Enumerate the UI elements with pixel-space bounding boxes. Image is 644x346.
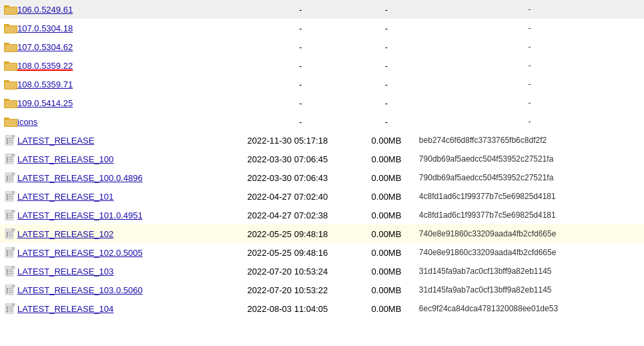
file-date: - [244,112,358,131]
svg-rect-62 [7,217,8,218]
list-item: LATEST_RELEASE2022-11-30 05:17:180.00MBb… [0,131,644,150]
file-link[interactable]: 109.0.5414.25 [17,98,73,108]
svg-rect-25 [7,140,8,142]
svg-rect-53 [7,198,8,200]
svg-rect-106 [7,309,8,310]
svg-rect-5 [5,26,17,33]
file-name-cell: LATEST_RELEASE_100.0.4896 [0,168,244,187]
svg-rect-72 [9,232,13,232]
file-icon [4,228,17,239]
svg-rect-11 [5,63,17,70]
file-icon [4,154,17,165]
file-link[interactable]: icons [17,117,37,127]
list-item: LATEST_RELEASE_102.0.50052022-05-25 09:4… [0,243,644,262]
file-hash: - [415,75,644,94]
file-size: - [358,75,415,94]
svg-rect-17 [5,101,17,108]
folder-icon [4,60,17,71]
file-link[interactable]: 108.0.5359.71 [17,79,73,90]
file-icon [4,303,17,315]
svg-rect-63 [9,213,13,214]
svg-rect-70 [7,234,8,235]
file-link[interactable]: LATEST_RELEASE_100.0.4896 [17,173,143,183]
file-hash: - [415,56,644,75]
file-icon [4,247,17,258]
list-item: icons--- [0,112,644,131]
file-link[interactable]: LATEST_RELEASE_101.0.4951 [17,210,143,220]
file-date: 2022-04-27 07:02:38 [244,206,358,224]
file-link[interactable]: 108.0.5359.22 [17,61,73,71]
file-hash: 740e8e91860c33209aada4fb2cfd665e [415,224,644,243]
file-name-cell: 107.0.5304.62 [0,37,244,56]
file-date: 2022-05-25 09:48:16 [244,243,358,262]
svg-rect-109 [9,309,13,309]
file-size: 0.00MB [358,150,415,168]
svg-rect-61 [7,215,8,216]
file-link[interactable]: LATEST_RELEASE_104 [17,304,113,314]
svg-rect-14 [5,82,17,89]
file-hash: - [415,37,644,56]
list-item: LATEST_RELEASE_1032022-07-20 10:53:240.0… [0,262,644,281]
file-link[interactable]: LATEST_RELEASE_101 [17,192,113,202]
file-size: - [358,0,415,19]
file-hash: 4c8fd1ad6c1f99377b7c5e69825d4181 [415,187,644,206]
file-size: 0.00MB [358,131,415,150]
svg-rect-2 [5,7,17,14]
svg-rect-81 [9,250,13,251]
list-item: LATEST_RELEASE_1002022-03-30 07:06:450.0… [0,150,644,168]
list-item: 109.0.5414.25--- [0,94,644,112]
file-link[interactable]: LATEST_RELEASE_100 [17,154,113,164]
file-link[interactable]: LATEST_RELEASE_102 [17,229,113,239]
folder-icon [4,79,17,90]
file-listing-table: 106.0.5249.61--- 107.0.5304.18--- 107.0.… [0,0,644,318]
svg-rect-45 [9,176,13,176]
file-link[interactable]: LATEST_RELEASE_102.0.5005 [17,248,143,258]
file-size: 0.00MB [358,187,415,206]
svg-rect-24 [7,138,8,140]
file-icon [4,191,17,202]
file-name-cell: LATEST_RELEASE_102 [0,224,244,243]
file-name-cell: 107.0.5304.18 [0,19,244,37]
file-hash: 31d145fa9ab7ac0cf13bff9a82eb1145 [415,262,644,281]
svg-rect-34 [7,159,8,160]
list-item: LATEST_RELEASE_1022022-05-25 09:48:180.0… [0,224,644,243]
svg-rect-35 [7,161,8,162]
list-item: 108.0.5359.22--- [0,56,644,75]
folder-icon [4,98,17,108]
list-item: LATEST_RELEASE_1042022-08-03 11:04:050.0… [0,299,644,318]
file-icon [4,154,17,164]
list-item: LATEST_RELEASE_100.0.48962022-03-30 07:0… [0,168,644,187]
svg-rect-43 [7,178,8,179]
file-link[interactable]: 107.0.5304.62 [17,42,73,52]
file-icon [4,135,17,146]
svg-rect-83 [9,254,13,255]
file-link[interactable]: LATEST_RELEASE [17,136,94,146]
file-hash: - [415,19,644,37]
svg-rect-27 [9,138,13,139]
file-date: - [244,0,358,19]
file-size: - [358,19,415,37]
file-date: - [244,94,358,112]
file-link[interactable]: LATEST_RELEASE_103.0.5060 [17,285,143,295]
file-icon [4,247,17,258]
file-icon [4,285,17,295]
file-icon [4,135,17,146]
file-link[interactable]: LATEST_RELEASE_103 [17,267,113,277]
svg-rect-74 [9,236,13,236]
svg-rect-55 [9,196,13,197]
file-icon [4,285,17,296]
file-size: 0.00MB [358,281,415,299]
svg-rect-100 [9,290,13,291]
svg-rect-99 [9,288,13,289]
file-name-cell: 109.0.5414.25 [0,94,244,112]
file-name-cell: LATEST_RELEASE [0,131,244,150]
file-size: 0.00MB [358,243,415,262]
svg-rect-47 [9,180,13,180]
file-link[interactable]: 107.0.5304.18 [17,23,73,33]
list-item: 108.0.5359.71--- [0,75,644,94]
svg-rect-90 [9,269,13,270]
folder-icon [4,4,17,15]
file-name-cell: LATEST_RELEASE_100 [0,150,244,168]
file-size: 0.00MB [358,206,415,224]
file-link[interactable]: 106.0.5249.61 [17,5,73,15]
